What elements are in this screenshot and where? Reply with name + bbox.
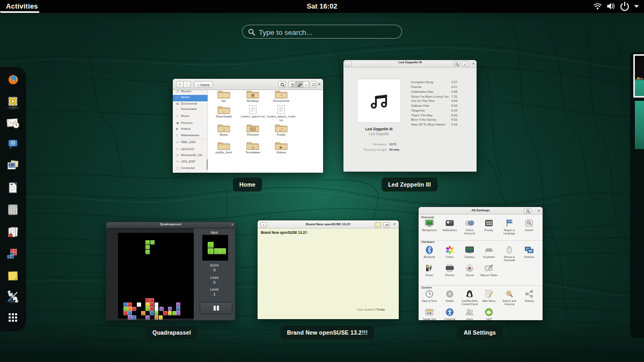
svg-text:▶: ▶ — [280, 145, 283, 149]
svg-text:⤢: ⤢ — [280, 128, 283, 131]
svg-text:↓: ↓ — [223, 109, 225, 113]
svg-text:▦: ▦ — [251, 93, 255, 97]
svg-text:◶: ◶ — [251, 145, 255, 149]
svg-text:♫: ♫ — [222, 128, 225, 131]
svg-text:◔: ◔ — [280, 93, 283, 98]
